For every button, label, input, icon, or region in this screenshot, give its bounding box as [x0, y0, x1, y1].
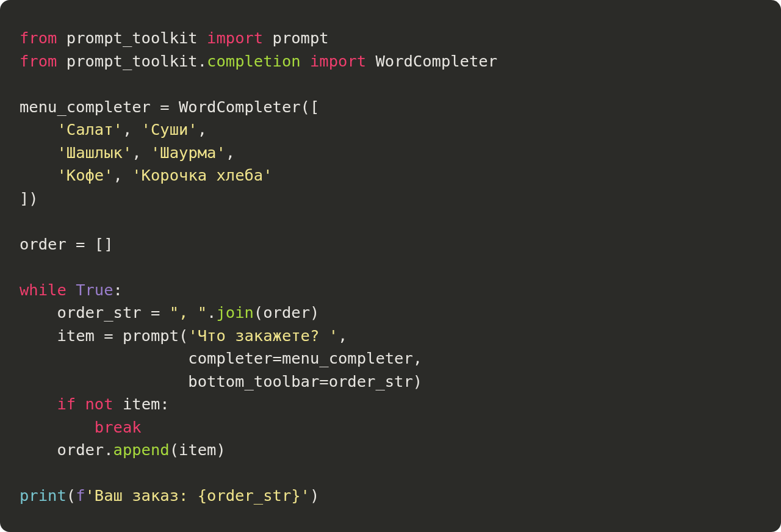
equals: = — [67, 235, 95, 253]
kwarg-name: bottom_toolbar — [188, 372, 319, 390]
rparen: ) — [310, 303, 319, 322]
dot: . — [198, 52, 207, 70]
fstring-prefix: f — [76, 486, 85, 505]
code-line: break — [20, 418, 142, 436]
string-literal: 'Корочка хлеба' — [132, 166, 272, 184]
keyword-not: not — [85, 395, 113, 413]
lparen: ( — [301, 98, 310, 116]
comma: , — [338, 326, 347, 345]
keyword-from: from — [20, 52, 57, 70]
dot: . — [207, 303, 216, 322]
code-line: completer=menu_completer, — [20, 349, 422, 367]
module-name: prompt_toolkit — [67, 52, 198, 70]
equals: = — [151, 98, 179, 116]
code-line: while True: — [20, 281, 123, 299]
code-line: item = prompt('Что закажете? ', — [20, 326, 347, 345]
code-line: 'Шашлык', 'Шаурма', — [20, 143, 235, 162]
string-literal: 'Что закажете? ' — [188, 326, 338, 345]
lparen: ( — [170, 440, 179, 459]
code-line: order.append(item) — [20, 440, 226, 459]
equals: = — [142, 303, 170, 322]
comma: , — [198, 120, 207, 138]
keyword-import: import — [207, 29, 263, 47]
comma: , — [226, 143, 235, 162]
constant-true: True — [76, 281, 113, 299]
lbracket: [ — [310, 98, 319, 116]
code-line: order = [] — [20, 235, 113, 253]
code-line: order_str = ", ".join(order) — [20, 303, 319, 322]
import-name: prompt — [273, 29, 329, 47]
import-name: WordCompleter — [375, 52, 497, 70]
keyword-if: if — [57, 395, 76, 413]
string-literal: 'Кофе' — [57, 166, 113, 184]
string-literal: 'Салат' — [57, 120, 122, 138]
kwarg-name: completer — [188, 349, 272, 367]
string-literal: 'Суши' — [142, 120, 198, 138]
code-line: print(f'Ваш заказ: {order_str}') — [20, 486, 319, 505]
code-line: 'Кофе', 'Корочка хлеба' — [20, 166, 273, 184]
rparen: ) — [413, 372, 422, 390]
rparen: ) — [310, 486, 319, 505]
method-join: join — [216, 303, 253, 322]
colon: : — [160, 395, 169, 413]
identifier: item — [123, 395, 160, 413]
code-line: from prompt_toolkit.completion import Wo… — [20, 52, 497, 70]
identifier: order_str — [57, 303, 141, 322]
code-line: from prompt_toolkit import prompt — [20, 29, 329, 47]
comma: , — [132, 143, 151, 162]
module-name: prompt_toolkit — [67, 29, 198, 47]
submodule-name: completion — [207, 52, 301, 70]
identifier: item — [57, 326, 94, 345]
lparen: ( — [67, 486, 76, 505]
keyword-from: from — [20, 29, 57, 47]
identifier: order — [20, 235, 67, 253]
identifier: menu_completer — [282, 349, 413, 367]
lparen: ( — [254, 303, 263, 322]
code-line: 'Салат', 'Суши', — [20, 120, 207, 138]
comma: , — [113, 166, 132, 184]
close-list-call: ]) — [20, 189, 38, 207]
code-block: from prompt_toolkit import prompt from p… — [0, 0, 781, 532]
builtin-print: print — [20, 486, 67, 505]
class-call: WordCompleter — [179, 98, 301, 116]
string-literal: ", " — [170, 303, 207, 322]
code-line: ]) — [20, 189, 38, 207]
method-append: append — [113, 440, 170, 459]
code-line: if not item: — [20, 395, 170, 413]
empty-list: [] — [95, 235, 113, 253]
string-literal: 'Ваш заказ: {order_str}' — [85, 486, 309, 505]
comma: , — [123, 120, 142, 138]
keyword-import: import — [310, 52, 366, 70]
keyword-while: while — [20, 281, 67, 299]
colon: : — [113, 281, 123, 299]
code-line: bottom_toolbar=order_str) — [20, 372, 422, 390]
rparen: ) — [216, 440, 225, 459]
identifier: order — [263, 303, 310, 322]
identifier: order_str — [329, 372, 413, 390]
identifier: menu_completer — [20, 98, 151, 116]
identifier: order — [57, 440, 104, 459]
code-line: menu_completer = WordCompleter([ — [20, 98, 319, 116]
lparen: ( — [179, 326, 188, 345]
identifier: item — [179, 440, 216, 459]
string-literal: 'Шашлык' — [57, 143, 132, 162]
func-call: prompt — [123, 326, 179, 345]
keyword-break: break — [95, 418, 142, 436]
equals: = — [95, 326, 123, 345]
dot: . — [104, 440, 113, 459]
string-literal: 'Шаурма' — [151, 143, 226, 162]
comma: , — [413, 349, 422, 367]
